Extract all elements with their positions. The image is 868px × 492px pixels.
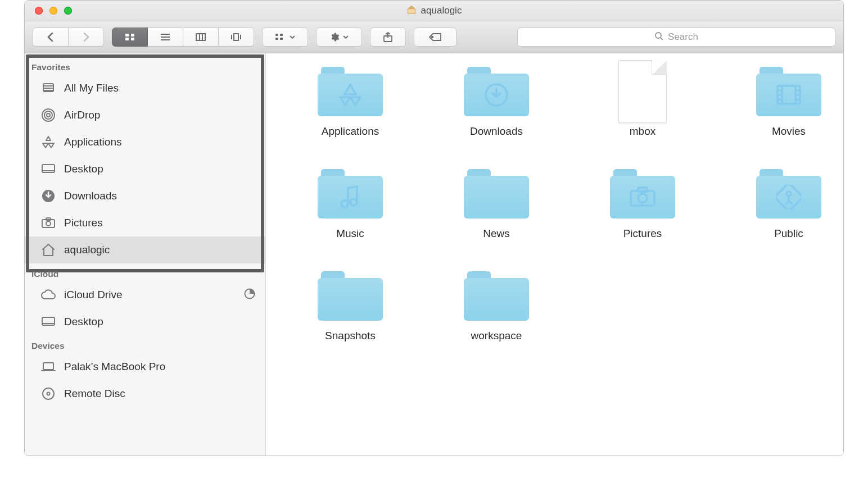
svg-line-20 <box>661 38 663 40</box>
home-icon <box>40 242 56 258</box>
sidebar-item-applications[interactable]: Applications <box>25 129 265 156</box>
folder-icon <box>464 271 529 321</box>
sidebar-item-downloads[interactable]: Downloads <box>25 183 265 209</box>
sidebar-item-all-my-files[interactable]: All My Files <box>25 75 265 102</box>
sidebar-section-header: Favorites <box>25 57 265 75</box>
grid-item-label: Music <box>336 227 364 240</box>
tag-button[interactable] <box>414 28 456 47</box>
svg-rect-10 <box>234 34 238 40</box>
svg-rect-2 <box>125 38 129 40</box>
folder-icon <box>756 169 821 218</box>
grid-item-applications[interactable]: Applications <box>283 63 418 138</box>
svg-point-51 <box>638 194 647 203</box>
svg-rect-13 <box>275 34 278 36</box>
svg-rect-16 <box>280 38 283 40</box>
sidebar-item-label: AirDrop <box>64 109 100 121</box>
view-mode-group <box>112 28 254 47</box>
grid-item-label: mbox <box>630 125 655 138</box>
share-button[interactable] <box>370 28 406 47</box>
svg-rect-3 <box>131 38 134 40</box>
applications-icon <box>40 134 56 150</box>
downloads-icon <box>40 188 56 204</box>
grid-item-music[interactable]: Music <box>283 166 418 240</box>
folder-icon <box>610 169 675 218</box>
grid-item-label: News <box>483 227 510 240</box>
desktop-icon <box>40 161 56 177</box>
toolbar: Search <box>25 21 843 53</box>
icloud-icon <box>40 287 56 303</box>
svg-rect-50 <box>638 188 647 192</box>
sidebar-item-desktop[interactable]: Desktop <box>25 156 265 183</box>
svg-point-18 <box>432 37 433 38</box>
grid-item-mbox[interactable]: mbox <box>575 63 710 138</box>
arrange-button[interactable] <box>262 28 308 47</box>
zoom-window-button[interactable] <box>64 7 72 15</box>
grid-item-workspace[interactable]: workspace <box>429 268 564 342</box>
grid-item-label: Movies <box>772 125 806 138</box>
svg-point-22 <box>47 113 50 117</box>
search-icon <box>654 31 663 43</box>
grid-item-public[interactable]: Public <box>721 166 843 240</box>
svg-rect-34 <box>43 363 53 370</box>
sidebar-item-desktop[interactable]: Desktop <box>25 308 265 335</box>
view-list-button[interactable] <box>148 28 183 47</box>
grid-item-news[interactable]: News <box>429 166 564 240</box>
grid-item-label: workspace <box>471 330 522 342</box>
sidebar-item-aqualogic[interactable]: aqualogic <box>25 236 265 263</box>
folder-icon <box>318 67 383 116</box>
sidebar: Favorites All My Files AirDrop <box>25 53 266 455</box>
svg-point-35 <box>43 388 54 399</box>
sidebar-item-airdrop[interactable]: AirDrop <box>25 102 265 129</box>
sidebar-section-header: iCloud <box>25 263 265 281</box>
action-button[interactable] <box>316 28 362 47</box>
all-my-files-icon <box>40 80 56 96</box>
svg-rect-0 <box>125 34 129 37</box>
search-placeholder: Search <box>668 31 698 43</box>
search-field[interactable]: Search <box>517 28 835 47</box>
sidebar-item-palak-s-macbook-pro[interactable]: Palak’s MacBook Pro <box>25 353 265 380</box>
grid-item-label: Downloads <box>470 125 523 138</box>
sidebar-item-label: Applications <box>64 136 121 148</box>
sidebar-item-label: iCloud Drive <box>64 289 122 301</box>
svg-rect-1 <box>131 34 134 37</box>
svg-point-47 <box>341 201 348 207</box>
sidebar-item-label: Palak’s MacBook Pro <box>64 361 165 373</box>
sidebar-item-label: All My Files <box>64 82 119 94</box>
back-button[interactable] <box>33 28 69 47</box>
forward-button[interactable] <box>69 28 104 47</box>
grid-item-movies[interactable]: Movies <box>721 63 843 138</box>
sidebar-section-header: Devices <box>25 335 265 353</box>
svg-point-23 <box>44 111 52 119</box>
sidebar-item-pictures[interactable]: Pictures <box>25 209 265 236</box>
view-icon-button[interactable] <box>112 28 148 47</box>
minimize-window-button[interactable] <box>49 7 57 15</box>
close-window-button[interactable] <box>35 7 43 15</box>
grid-item-label: Public <box>774 227 803 240</box>
sidebar-item-icloud-drive[interactable]: iCloud Drive <box>25 281 265 308</box>
folder-icon <box>318 169 383 218</box>
nav-back-forward <box>33 28 104 47</box>
sidebar-item-label: aqualogic <box>64 244 110 256</box>
disc-icon <box>40 386 56 402</box>
sidebar-item-label: Desktop <box>64 316 103 328</box>
svg-rect-15 <box>280 34 283 36</box>
view-column-button[interactable] <box>183 28 219 47</box>
svg-point-48 <box>350 199 357 206</box>
grid-item-downloads[interactable]: Downloads <box>429 63 564 138</box>
grid-item-label: Applications <box>322 125 379 138</box>
document-icon <box>618 60 667 123</box>
laptop-icon <box>40 359 56 375</box>
sidebar-item-remote-disc[interactable]: Remote Disc <box>25 380 265 407</box>
grid-item-pictures[interactable]: Pictures <box>575 166 710 240</box>
sidebar-item-label: Desktop <box>64 163 103 175</box>
svg-rect-14 <box>275 38 278 40</box>
icon-grid: Applications Downloads <box>283 63 826 342</box>
pie-icon <box>244 288 255 302</box>
finder-window: aqualogic <box>24 0 844 456</box>
titlebar: aqualogic <box>25 1 843 21</box>
content-area[interactable]: Applications Downloads <box>266 53 843 455</box>
view-coverflow-button[interactable] <box>219 28 254 47</box>
grid-item-snapshots[interactable]: Snapshots <box>283 268 418 342</box>
pictures-icon <box>40 215 56 231</box>
svg-point-36 <box>47 393 50 395</box>
